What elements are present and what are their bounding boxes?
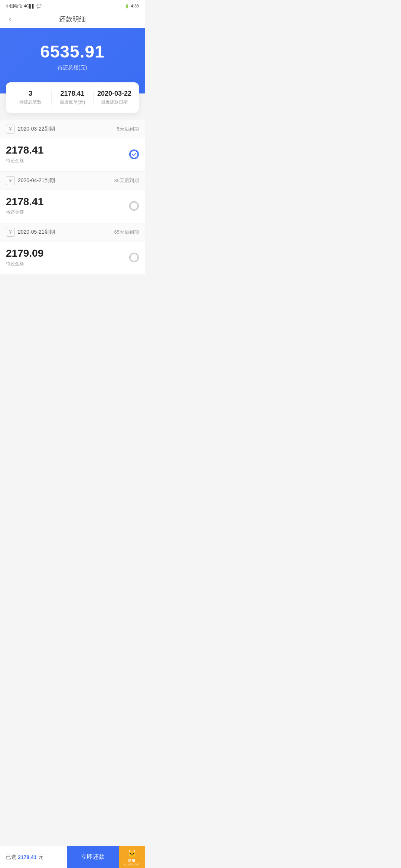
payment-list: ¥ 2020-03-22到期 5天后到期 2178.41 待还金额 [0, 120, 145, 275]
summary-recent-bill: 2178.41 最近账单(元) [51, 90, 93, 105]
payment-header-1: ¥ 2020-03-22到期 5天后到期 [0, 120, 145, 138]
payment-item-2[interactable]: ¥ 2020-04-21到期 35天后到期 2178.41 待还金额 [0, 172, 145, 223]
wechat-icon: 💬 [36, 4, 42, 9]
battery-icon: 🔋 [124, 4, 130, 9]
payment-amount-area-1: 2178.41 待还金额 [6, 144, 43, 164]
yuan-icon-2: ¥ [6, 176, 15, 185]
summary-recent-date: 2020-03-22 最近还款日期 [93, 90, 135, 105]
payment-amount-area-3: 2179.09 待还金额 [6, 247, 43, 267]
total-amount: 6535.91 [7, 42, 137, 62]
payment-body-3: 2179.09 待还金额 [0, 241, 145, 274]
spacer-area [0, 275, 145, 349]
yuan-icon-3: ¥ [6, 228, 15, 237]
payment-amount-area-2: 2178.41 待还金额 [6, 196, 43, 216]
total-count-value: 3 [10, 90, 51, 98]
payment-amount-label-2: 待还金额 [6, 209, 43, 216]
payment-amount-2: 2178.41 [6, 196, 43, 208]
due-date-3: 2020-05-21到期 [18, 229, 55, 236]
recent-bill-desc: 最近账单(元) [52, 99, 93, 105]
recent-date-value: 2020-03-22 [94, 90, 135, 98]
bottom-padding [0, 349, 145, 371]
payment-header-left-2: ¥ 2020-04-21到期 [6, 176, 55, 185]
status-time: 4:38 [131, 4, 139, 8]
status-time-area: 🔋 4:38 [124, 4, 139, 9]
select-radio-3[interactable] [129, 253, 139, 262]
due-days-3: 65天后到期 [114, 229, 139, 236]
svg-point-0 [130, 150, 138, 158]
payment-body-1: 2178.41 待还金额 [0, 138, 145, 171]
recent-date-desc: 最近还款日期 [94, 99, 135, 105]
due-date-1: 2020-03-22到期 [18, 126, 55, 132]
svg-point-2 [130, 253, 138, 261]
status-carrier: 中国电信 4G▌▌ 💬 [6, 3, 42, 9]
select-radio-1[interactable] [129, 149, 139, 159]
payment-amount-1: 2178.41 [6, 144, 43, 156]
due-date-2: 2020-04-21到期 [18, 177, 55, 184]
due-days-2: 35天后到期 [114, 177, 139, 184]
total-count-desc: 待还总笔数 [10, 99, 51, 105]
payment-item-3[interactable]: ¥ 2020-05-21到期 65天后到期 2179.09 待还金额 [0, 223, 145, 275]
summary-card: 3 待还总笔数 2178.41 最近账单(元) 2020-03-22 最近还款日… [6, 82, 139, 113]
status-bar: 中国电信 4G▌▌ 💬 🔋 4:38 [0, 0, 145, 10]
payment-body-2: 2178.41 待还金额 [0, 190, 145, 223]
total-amount-label: 待还总额(元) [7, 65, 137, 71]
payment-amount-3: 2179.09 [6, 247, 43, 259]
due-days-1: 5天后到期 [117, 126, 139, 132]
page-title: 还款明细 [59, 15, 86, 24]
select-radio-2[interactable] [129, 201, 139, 211]
payment-header-2: ¥ 2020-04-21到期 35天后到期 [0, 172, 145, 190]
payment-amount-label-1: 待还金额 [6, 158, 43, 164]
payment-item-1[interactable]: ¥ 2020-03-22到期 5天后到期 2178.41 待还金额 [0, 120, 145, 172]
signal-icon: 4G▌▌ [24, 4, 35, 8]
summary-total-count: 3 待还总笔数 [10, 90, 51, 105]
back-button[interactable]: ‹ [6, 12, 14, 26]
payment-amount-label-3: 待还金额 [6, 261, 43, 267]
recent-bill-value: 2178.41 [52, 90, 93, 98]
yuan-icon-1: ¥ [6, 125, 15, 134]
payment-header-3: ¥ 2020-05-21到期 65天后到期 [0, 223, 145, 241]
svg-point-1 [130, 202, 138, 209]
payment-header-left-3: ¥ 2020-05-21到期 [6, 228, 55, 237]
payment-header-left-1: ¥ 2020-03-22到期 [6, 125, 55, 134]
nav-bar: ‹ 还款明细 [0, 10, 145, 28]
